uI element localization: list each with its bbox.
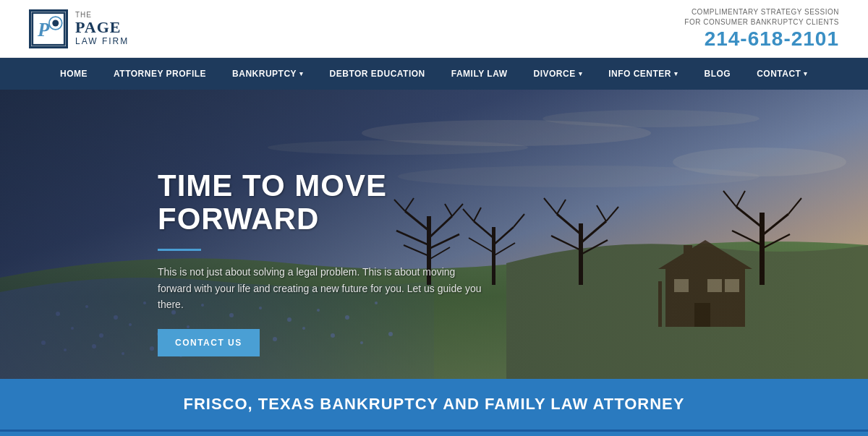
nav-contact[interactable]: CONTACT ▾: [744, 58, 821, 90]
logo-page: PAGE: [75, 19, 129, 36]
hero-title: TIME TO MOVE FORWARD: [158, 169, 490, 236]
main-nav: HOME ATTORNEY PROFILE BANKRUPTCY ▾ DEBTO…: [0, 58, 868, 90]
hero-content: TIME TO MOVE FORWARD This is not just ab…: [158, 169, 490, 356]
header-contact: COMPLIMENTARY STRATEGY SESSION FOR CONSU…: [684, 7, 839, 51]
contact-us-button[interactable]: CONTACT US: [158, 329, 260, 356]
hero-divider: [158, 249, 201, 251]
nav-divorce[interactable]: DIVORCE ▾: [520, 58, 595, 90]
header-phone[interactable]: 214-618-2101: [684, 27, 839, 51]
nav-debtor-education[interactable]: DEBTOR EDUCATION: [317, 58, 438, 90]
svg-text:P: P: [37, 18, 50, 40]
info-center-chevron-icon: ▾: [674, 70, 678, 77]
bankruptcy-chevron-icon: ▾: [299, 70, 304, 77]
nav-blog[interactable]: BLOG: [692, 58, 744, 90]
blue-banner: FRISCO, TEXAS BANKRUPTCY AND FAMILY LAW …: [0, 379, 868, 429]
logo[interactable]: P The PAGE Law Firm: [29, 9, 129, 48]
hero-subtitle: This is not just about solving a legal p…: [158, 264, 490, 312]
banner-title: FRISCO, TEXAS BANKRUPTCY AND FAMILY LAW …: [29, 395, 839, 414]
nav-family-law[interactable]: FAMILY LAW: [438, 58, 521, 90]
logo-icon: P: [29, 9, 68, 48]
nav-info-center[interactable]: INFO CENTER ▾: [595, 58, 691, 90]
bottom-strip: DALLAS AREA TARRANT COUNTY COLLIN COUNTY: [0, 429, 868, 436]
hero-section: TIME TO MOVE FORWARD This is not just ab…: [0, 90, 868, 379]
nav-bankruptcy[interactable]: BANKRUPTCY ▾: [219, 58, 317, 90]
nav-attorney-profile[interactable]: ATTORNEY PROFILE: [101, 58, 219, 90]
svg-point-4: [52, 20, 59, 26]
divorce-chevron-icon: ▾: [579, 70, 583, 77]
logo-text: The PAGE Law Firm: [75, 11, 129, 46]
nav-home[interactable]: HOME: [47, 58, 101, 90]
site-header: P The PAGE Law Firm COMPLIMENTARY STRATE…: [0, 0, 868, 58]
header-promo: COMPLIMENTARY STRATEGY SESSION FOR CONSU…: [684, 7, 839, 27]
contact-chevron-icon: ▾: [804, 70, 808, 77]
logo-law-firm: Law Firm: [75, 37, 129, 46]
